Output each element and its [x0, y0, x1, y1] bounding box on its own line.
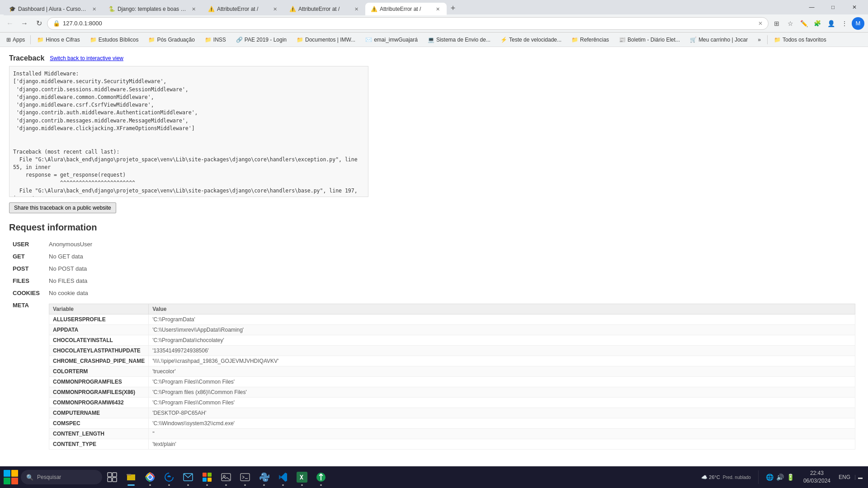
bookmark-hinos[interactable]: 📁 Hinos e Cifras: [33, 36, 83, 44]
taskbar-search[interactable]: 🔍 Pesquisar: [21, 470, 102, 484]
tab-1-close[interactable]: ✕: [90, 5, 98, 13]
request-row: POSTNo POST data: [9, 263, 859, 275]
taskbar-mail[interactable]: [179, 467, 197, 487]
bookmark-sistema[interactable]: 💻 Sistema de Envio de...: [424, 36, 494, 44]
taskbar-chrome[interactable]: [141, 467, 159, 487]
reload-button[interactable]: ↻: [33, 17, 45, 30]
taskbar-excel[interactable]: [293, 467, 311, 487]
tab-5-close[interactable]: ✕: [434, 5, 441, 13]
bookmark-estudos[interactable]: 📁 Estudos Bíblicos: [86, 36, 142, 44]
extensions-button[interactable]: 🧩: [811, 17, 824, 30]
meta-table-row: COMSPEC'C:\\Windows\\system32\\cmd.exe': [49, 418, 855, 429]
windows-logo: [4, 470, 18, 484]
bookmark-referencias-label: Referências: [580, 37, 609, 43]
request-value: No GET data: [45, 250, 859, 263]
folder-icon-inss: 📁: [205, 37, 212, 43]
profile-button[interactable]: M: [852, 17, 864, 30]
forward-button[interactable]: →: [18, 17, 31, 30]
folder-icon-all: 📁: [774, 37, 781, 43]
taskbar-clock[interactable]: 22:43 06/03/2024: [800, 469, 834, 485]
lock-icon: 🔒: [53, 20, 60, 27]
vscode-icon: [278, 472, 288, 483]
maximize-button[interactable]: □: [823, 0, 843, 14]
meta-header-variable: Variable: [49, 304, 149, 314]
tab-3[interactable]: ⚠️ AttributeError at / ✕: [203, 3, 284, 15]
svg-rect-9: [203, 473, 207, 477]
tab-4[interactable]: ⚠️ AttributeError at / ✕: [284, 3, 365, 15]
taskbar-terminal[interactable]: [236, 467, 254, 487]
bookmark-referencias[interactable]: 📁 Referências: [568, 36, 613, 44]
address-bar[interactable]: 🔒 127.0.0.1:8000 ✕: [47, 17, 769, 30]
meta-var-name: COMSPEC: [49, 418, 149, 429]
svg-rect-15: [241, 474, 250, 481]
meta-table-row: COLORTERM'truecolor': [49, 366, 855, 377]
chrome-icon: [145, 472, 156, 483]
taskbar-store[interactable]: [198, 467, 216, 487]
tab-2[interactable]: 🐍 Django: templates e boas prát... ✕: [103, 3, 203, 15]
close-button[interactable]: ✕: [844, 0, 864, 14]
tab-1[interactable]: 🎓 Dashboard | Alura - Cursos onl... ✕: [4, 3, 103, 15]
taskbar-gitkraken[interactable]: [312, 467, 330, 487]
meta-var-value: 'DESKTOP-8PC65AH': [149, 408, 855, 418]
network-icon[interactable]: 🌐: [766, 474, 774, 481]
clock-time: 22:43: [803, 469, 830, 477]
bookmark-pae[interactable]: 🔗 PAE 2019 - Login: [232, 36, 290, 44]
svg-rect-11: [203, 478, 207, 482]
request-label: USER: [9, 238, 45, 250]
settings-icon[interactable]: ⋮: [838, 17, 851, 30]
tab-2-close[interactable]: ✕: [190, 5, 197, 13]
bookmark-all-favorites[interactable]: 📁 Todos os favoritos: [770, 36, 830, 44]
language-indicator[interactable]: ENG: [836, 474, 853, 480]
request-row: FILESNo FILES data: [9, 275, 859, 287]
volume-icon[interactable]: 🔊: [776, 474, 784, 481]
title-bar: 🎓 Dashboard | Alura - Cursos onl... ✕ 🐍 …: [0, 0, 868, 14]
new-tab-button[interactable]: +: [447, 2, 459, 14]
tab-1-favicon: 🎓: [9, 6, 15, 12]
taskbar-edge[interactable]: [160, 467, 178, 487]
back-button[interactable]: ←: [4, 17, 16, 30]
window-controls: — □ ✕: [802, 0, 864, 14]
share-traceback-button[interactable]: Share this traceback on a public website: [9, 202, 116, 213]
user-icon[interactable]: 👤: [825, 17, 837, 30]
taskbar-explorer[interactable]: [122, 467, 140, 487]
bookmark-teste[interactable]: ⚡ Teste de velocidade...: [497, 36, 565, 44]
tray-separator: [758, 470, 759, 484]
bookmark-icon[interactable]: ☆: [784, 17, 797, 30]
show-desktop-button[interactable]: ▬: [855, 475, 863, 480]
taskbar-photos[interactable]: [217, 467, 235, 487]
taskbar-python[interactable]: [255, 467, 273, 487]
bookmark-carrinho-label: Meu carrinho | Jocar: [698, 37, 748, 43]
traceback-code-block[interactable]: Installed Middleware: ['django.middlewar…: [9, 66, 368, 197]
translate-icon[interactable]: ⊞: [770, 17, 783, 30]
switch-interactive-link[interactable]: Switch back to interactive view: [50, 55, 123, 61]
bookmark-hinos-label: Hinos e Cifras: [46, 37, 80, 43]
win-logo-red: [11, 478, 18, 484]
bookmark-boletim[interactable]: 📰 Boletim - Diário Elet...: [615, 36, 684, 44]
meta-var-value: 'truecolor': [149, 366, 855, 377]
tab-3-close[interactable]: ✕: [271, 5, 278, 13]
apps-button[interactable]: ⊞ Apps: [4, 36, 28, 44]
bookmark-all-label: Todos os favoritos: [783, 37, 826, 43]
bookmark-separator-2: [767, 35, 768, 44]
minimize-button[interactable]: —: [802, 0, 822, 14]
clock-date: 06/03/2024: [803, 477, 830, 485]
link-icon-teste: ⚡: [500, 37, 507, 43]
edit-icon[interactable]: ✏️: [797, 17, 810, 30]
meta-table-row: CHOCOLATEYINSTALL'C:\\ProgramData\\choco…: [49, 335, 855, 346]
bookmark-emai-label: emai_imwGuajará: [374, 37, 418, 43]
svg-point-17: [265, 479, 266, 480]
bookmark-inss[interactable]: 📁 INSS: [201, 36, 230, 44]
page-content: Traceback Switch back to interactive vie…: [0, 47, 868, 488]
tab-4-close[interactable]: ✕: [353, 5, 360, 13]
battery-icon[interactable]: 🔋: [787, 474, 794, 481]
bookmark-emai[interactable]: ✉️ emai_imwGuajará: [362, 36, 421, 44]
bookmark-carrinho[interactable]: 🛒 Meu carrinho | Jocar: [686, 36, 751, 44]
taskbar-vscode[interactable]: [274, 467, 292, 487]
bookmark-documentos[interactable]: 📁 Documentos | IMW...: [293, 36, 359, 44]
bookmark-overflow[interactable]: »: [754, 36, 764, 44]
excel-icon: [297, 472, 307, 483]
tab-5[interactable]: ⚠️ AttributeError at / ✕: [365, 3, 447, 15]
task-view-button[interactable]: [103, 467, 121, 487]
bookmark-posgrad[interactable]: 📁 Pós Graduação: [145, 36, 198, 44]
start-button[interactable]: [2, 467, 20, 487]
